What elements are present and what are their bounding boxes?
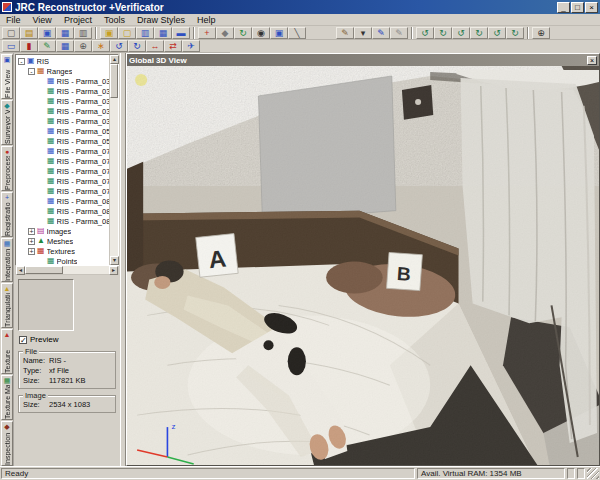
tree-item[interactable]: ▦ RIS - Parma_08_sub8_refle	[16, 216, 109, 226]
toolbar-button-draw-style[interactable]: ✎	[336, 27, 354, 39]
scroll-right-arrow[interactable]: ▸	[109, 266, 118, 275]
menu-view[interactable]: View	[27, 14, 58, 26]
preview-checkbox[interactable]: ✓	[19, 336, 27, 344]
tree-expander[interactable]: -	[28, 68, 35, 75]
toolbar-button-clipping[interactable]: ◆	[216, 27, 234, 39]
toolbar-button-layers[interactable]: ▦	[56, 40, 74, 52]
tree-expander[interactable]: +	[28, 228, 35, 235]
tab-texture[interactable]: ▲ Texture	[1, 329, 13, 374]
tree-expander[interactable]: +	[28, 248, 35, 255]
tab-file-view[interactable]: ▣ File View	[1, 54, 13, 99]
scroll-left-arrow[interactable]: ◂	[16, 266, 25, 275]
view-close-button[interactable]: ×	[587, 56, 597, 65]
toolbar-button-orbit-2[interactable]: ↻	[434, 27, 452, 39]
toolbar-button-find[interactable]: ◉	[252, 27, 270, 39]
tree-item[interactable]: ▦ RIS - Parma_03_sub8_refle	[16, 116, 109, 126]
toolbar-button-record[interactable]: ▮	[20, 40, 38, 52]
tree-item[interactable]: ▦ Points	[16, 256, 109, 265]
toolbar-button-draw-style-dropdown[interactable]: ▾	[354, 27, 372, 39]
toolbar-button-screen[interactable]: ▣	[270, 27, 288, 39]
menu-help[interactable]: Help	[191, 14, 222, 26]
toolbar-button-orbit-5[interactable]: ↺	[488, 27, 506, 39]
toolbar-button-orbit-x[interactable]: ↺	[110, 40, 128, 52]
toolbar-button-window-frame[interactable]: ▢	[118, 27, 136, 39]
toolbar-button-orbit-1[interactable]: ↺	[416, 27, 434, 39]
toolbar-button-orbit-4[interactable]: ↻	[470, 27, 488, 39]
scroll-track[interactable]	[110, 98, 118, 256]
toolbar-button-window-new[interactable]: ▣	[100, 27, 118, 39]
tree-expander[interactable]: -	[18, 58, 25, 65]
tab-registration[interactable]: + Registration	[1, 192, 13, 237]
toolbar-button-import[interactable]: ▣	[38, 27, 56, 39]
tab-inspection[interactable]: ◆ Inspection	[1, 421, 13, 466]
scroll-track[interactable]	[63, 266, 109, 274]
close-button[interactable]: ×	[585, 2, 598, 13]
toolbar-button-pick[interactable]: ✎	[38, 40, 56, 52]
tree-horizontal-scrollbar[interactable]: ◂ ▸	[15, 266, 119, 275]
scroll-down-arrow[interactable]: ▾	[110, 256, 119, 265]
toolbar-button-save[interactable]: ▦	[56, 27, 74, 39]
tree-item[interactable]: + ▦ Textures	[16, 246, 109, 256]
toolbar-button-measure-line[interactable]: ╲	[288, 27, 306, 39]
resize-grip[interactable]	[587, 468, 599, 479]
menu-draw-styles[interactable]: Draw Styles	[131, 14, 191, 26]
toolbar-button-pan-left[interactable]: ↔	[146, 40, 164, 52]
tab-surveyor-view[interactable]: ◆ Surveyor View	[1, 100, 13, 145]
tree-item-label: RIS - Parma_07_sub4	[57, 177, 109, 186]
toolbar-button-zoom-window[interactable]: ⊕	[74, 40, 92, 52]
tree-item[interactable]: ▦ RIS - Parma_08_sub4	[16, 206, 109, 216]
minimize-button[interactable]: _	[557, 2, 570, 13]
tree-expander[interactable]: +	[28, 238, 35, 245]
scroll-up-arrow[interactable]: ▴	[110, 55, 119, 64]
toolbar-button-render-options[interactable]: ∗	[92, 40, 110, 52]
menu-project[interactable]: Project	[58, 14, 98, 26]
tree-vertical-scrollbar[interactable]: ▴ ▾	[109, 55, 118, 265]
tree-item-icon: ▦	[47, 77, 55, 85]
tree-item[interactable]: + ▲ Meshes	[16, 236, 109, 246]
scroll-thumb[interactable]	[25, 266, 63, 274]
toolbar-button-annotate[interactable]: ✎	[372, 27, 390, 39]
tab-texture-mapping[interactable]: ▦ Texture Mapping	[1, 375, 13, 420]
3d-viewport-canvas[interactable]: A B	[127, 66, 599, 465]
tree-item[interactable]: ▦ RIS - Parma_05	[16, 126, 109, 136]
tree-item[interactable]: - ▣ RIS	[16, 56, 109, 66]
toolbar-button-orbit-3[interactable]: ↺	[452, 27, 470, 39]
toolbar-button-pan-right[interactable]: ⇄	[164, 40, 182, 52]
tab-triangulation[interactable]: ▲ Triangulation	[1, 283, 13, 328]
menu-file[interactable]: File	[0, 14, 27, 26]
tree-item[interactable]: - ▦ Ranges	[16, 66, 109, 76]
toolbar-button-window-tile[interactable]: ▦	[154, 27, 172, 39]
tree-item[interactable]: ▦ RIS - Parma_03_sub1_part1	[16, 86, 109, 96]
scroll-thumb[interactable]	[110, 64, 118, 98]
toolbar-button-icon: ⇄	[169, 41, 177, 51]
toolbar-button-refresh[interactable]: ↻	[234, 27, 252, 39]
restore-button[interactable]: □	[571, 2, 584, 13]
toolbar-button-zoom[interactable]: ⊕	[532, 27, 550, 39]
toolbar-button-probe[interactable]: +	[198, 27, 216, 39]
menu-tools[interactable]: Tools	[98, 14, 131, 26]
tree-item[interactable]: ▦ RIS - Parma_07	[16, 146, 109, 156]
tree-item[interactable]: ▦ RIS - Parma_08	[16, 196, 109, 206]
toolbar-button-annotate-alt[interactable]: ✎	[390, 27, 408, 39]
toolbar-button-orbit-y[interactable]: ↻	[128, 40, 146, 52]
tab-preprocessing[interactable]: ● Preprocessing	[1, 146, 13, 191]
toolbar-button-window-split[interactable]: ▥	[136, 27, 154, 39]
toolbar-button-orbit-6[interactable]: ↻	[506, 27, 524, 39]
toolbar-button-print[interactable]: ▥	[74, 27, 92, 39]
tree-item[interactable]: ▦ RIS - Parma_07_sub1_part1	[16, 156, 109, 166]
tree-item[interactable]: ▦ RIS - Parma_03	[16, 76, 109, 86]
tree-item[interactable]: ▦ RIS - Parma_07_sub1_part2	[16, 166, 109, 176]
tab-integration[interactable]: ▦ Integration	[1, 238, 13, 283]
toolbar-button-select-view[interactable]: ▭	[2, 40, 20, 52]
tree-item-label: RIS - Parma_03_sub1_part2	[57, 97, 109, 106]
toolbar-button-fly[interactable]: ✈	[182, 40, 200, 52]
tree-item[interactable]: ▦ RIS - Parma_05_sub4	[16, 136, 109, 146]
toolbar-button-window-wide[interactable]: ▬	[172, 27, 190, 39]
tree-item[interactable]: ▦ RIS - Parma_07_sub8_refle	[16, 186, 109, 196]
tree-item[interactable]: ▦ RIS - Parma_07_sub4	[16, 176, 109, 186]
tree-item[interactable]: ▦ RIS - Parma_03_sub4	[16, 106, 109, 116]
tree-item[interactable]: + ▤ Images	[16, 226, 109, 236]
tree-item[interactable]: ▦ RIS - Parma_03_sub1_part2	[16, 96, 109, 106]
toolbar-button-open[interactable]: ▤	[20, 27, 38, 39]
toolbar-button-new[interactable]: ▢	[2, 27, 20, 39]
